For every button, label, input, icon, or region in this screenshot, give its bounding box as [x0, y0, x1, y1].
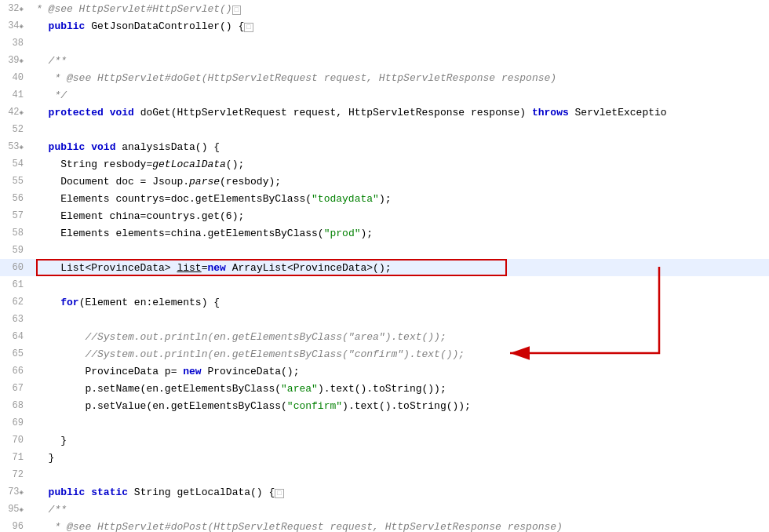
- code-line-40: 40 * @see HttpServlet#doGet(HttpServletR…: [0, 69, 769, 86]
- code-line-52: 52: [0, 121, 769, 138]
- line-content: Elements elements=china.getElementsByCla…: [30, 228, 769, 239]
- code-token: new: [207, 262, 225, 274]
- line-content: Element china=countrys.get(6);: [30, 210, 769, 222]
- code-token: public: [49, 141, 86, 153]
- line-content: */: [30, 89, 769, 101]
- code-line-72: 72: [0, 466, 769, 483]
- line-content: p.setValue(en.getElementsByClass("confir…: [30, 400, 769, 412]
- code-token: //System.out.println(en.getElementsByCla…: [36, 331, 446, 343]
- line-number: 63: [0, 314, 30, 325]
- line-number: 68: [0, 400, 30, 411]
- line-number: 62: [0, 297, 30, 308]
- line-number: 34◈: [0, 20, 30, 31]
- line-content: for(Element en:elements) {: [30, 297, 769, 308]
- code-line-59: 59: [0, 242, 769, 259]
- code-line-60: 60 List<ProvinceData> list=new ArrayList…: [0, 259, 769, 276]
- code-line-96: 96 * @see HttpServlet#doPost(HttpServlet…: [0, 518, 769, 532]
- line-number: 55: [0, 176, 30, 187]
- line-number: 73◈: [0, 486, 30, 497]
- code-token: //System.out.println(en.getElementsByCla…: [36, 348, 465, 360]
- line-content: //System.out.println(en.getElementsByCla…: [30, 331, 769, 343]
- line-number: 58: [0, 228, 30, 239]
- code-token: getLocalData: [152, 159, 226, 170]
- code-token: /**: [36, 55, 67, 67]
- line-content: Document doc = Jsoup.parse(resbody);: [30, 176, 769, 188]
- line-number: 60: [0, 262, 30, 273]
- code-line-32: 32◈ * @see HttpServlet#HttpServlet()□: [0, 0, 769, 17]
- code-line-68: 68 p.setValue(en.getElementsByClass("con…: [0, 397, 769, 414]
- line-number: 40: [0, 72, 30, 83]
- line-number: 54: [0, 159, 30, 169]
- line-number: 53◈: [0, 141, 30, 152]
- line-content: * @see HttpServlet#HttpServlet()□: [30, 3, 769, 15]
- code-token: void: [110, 107, 134, 118]
- code-line-73: 73◈ public static String getLocalData() …: [0, 483, 769, 501]
- fold-square: □: [275, 489, 283, 498]
- code-line-65: 65 //System.out.println(en.getElementsBy…: [0, 345, 769, 363]
- line-content: * @see HttpServlet#doPost(HttpServletReq…: [30, 521, 769, 533]
- code-token: */: [36, 89, 67, 101]
- code-token: for: [60, 297, 78, 308]
- line-number: 57: [0, 210, 30, 221]
- code-token: new: [183, 366, 201, 377]
- code-token: public: [49, 20, 86, 32]
- code-token: "todaydata": [312, 193, 379, 205]
- line-content: Elements countrys=doc.getElementsByClass…: [30, 193, 769, 205]
- code-line-57: 57 Element china=countrys.get(6);: [0, 207, 769, 224]
- line-content: ProvinceData p= new ProvinceData();: [30, 366, 769, 377]
- line-content: p.setName(en.getElementsByClass("area").…: [30, 383, 769, 395]
- fold-square: □: [244, 23, 253, 32]
- code-token: parse: [189, 176, 220, 188]
- line-number: 38: [0, 38, 30, 49]
- line-number: 59: [0, 245, 30, 256]
- line-number: 41: [0, 89, 30, 100]
- code-line-71: 71 }: [0, 449, 769, 466]
- line-number: 96: [0, 521, 30, 532]
- line-content: protected void doGet(HttpServletRequest …: [30, 107, 769, 118]
- line-number: 67: [0, 383, 30, 394]
- code-line-53: 53◈ public void analysisData() {: [0, 138, 769, 155]
- line-content: }: [30, 435, 769, 446]
- line-number: 70: [0, 435, 30, 446]
- line-content: * @see HttpServlet#doGet(HttpServletRequ…: [30, 72, 769, 84]
- code-line-67: 67 p.setName(en.getElementsByClass("area…: [0, 380, 769, 397]
- code-token: * @see HttpServlet#doPost(HttpServletReq…: [36, 521, 563, 533]
- line-number: 72: [0, 469, 30, 480]
- line-number: 66: [0, 366, 30, 377]
- line-number: 39◈: [0, 55, 30, 66]
- code-line-42: 42◈ protected void doGet(HttpServletRequ…: [0, 104, 769, 121]
- code-line-54: 54 String resbody=getLocalData();: [0, 155, 769, 173]
- code-token: /**: [36, 504, 67, 516]
- line-content: String resbody=getLocalData();: [30, 159, 769, 170]
- code-line-55: 55 Document doc = Jsoup.parse(resbody);: [0, 173, 769, 190]
- line-number: 64: [0, 331, 30, 342]
- code-line-70: 70 }: [0, 432, 769, 449]
- code-line-61: 61: [0, 276, 769, 293]
- code-token: "prod": [324, 228, 361, 239]
- code-token: public: [49, 486, 86, 498]
- line-number: 71: [0, 452, 30, 463]
- code-token: void: [91, 141, 115, 153]
- code-line-63: 63: [0, 311, 769, 328]
- code-line-69: 69: [0, 414, 769, 432]
- code-line-34: 34◈ public GetJsonDataController() {□: [0, 17, 769, 35]
- code-line-38: 38: [0, 35, 769, 52]
- line-content: /**: [30, 504, 769, 516]
- line-content: public GetJsonDataController() {□: [30, 20, 769, 32]
- code-line-66: 66 ProvinceData p= new ProvinceData();: [0, 363, 769, 380]
- code-token: * @see HttpServlet#doGet(HttpServletRequ…: [36, 72, 556, 84]
- fold-square: □: [232, 5, 241, 15]
- code-token: * @see HttpServlet#HttpServlet(): [36, 3, 232, 15]
- code-token: throws: [532, 107, 569, 118]
- code-line-58: 58 Elements elements=china.getElementsBy…: [0, 224, 769, 242]
- code-token: "area": [281, 383, 318, 395]
- line-number: 32◈: [0, 3, 30, 14]
- line-number: 65: [0, 348, 30, 359]
- line-content: //System.out.println(en.getElementsByCla…: [30, 348, 769, 360]
- line-number: 61: [0, 279, 30, 290]
- line-number: 56: [0, 193, 30, 204]
- line-content: public static String getLocalData() {□: [30, 486, 769, 498]
- line-number: 69: [0, 417, 30, 428]
- code-token: static: [91, 486, 128, 498]
- code-token: "confirm": [287, 400, 342, 412]
